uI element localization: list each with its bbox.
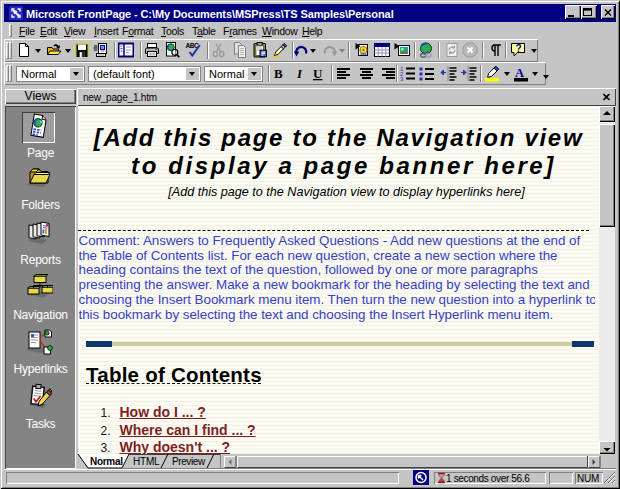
svg-text:B: B — [274, 66, 283, 81]
svg-text:HTML: HTML — [133, 456, 160, 467]
svg-text:I: I — [296, 66, 303, 81]
svg-text:Normal: Normal — [90, 456, 123, 467]
svg-text:U: U — [313, 66, 323, 81]
svg-text:?: ? — [516, 43, 522, 54]
svg-text:Preview: Preview — [172, 456, 206, 467]
svg-text:3: 3 — [400, 76, 404, 82]
svg-text:A: A — [515, 66, 524, 80]
